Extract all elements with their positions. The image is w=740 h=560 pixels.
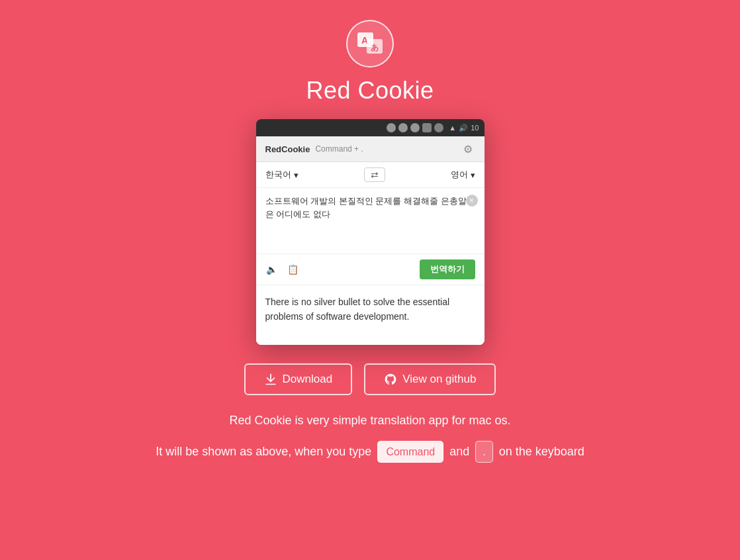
translate-icon: A あ [356, 30, 384, 58]
instruction-text: It will be shown as above, when you type… [156, 441, 584, 463]
toolbar-left: 🔈 📋 [265, 263, 300, 276]
instruction-prefix: It will be shown as above, when you type [156, 445, 371, 458]
copy-icon[interactable]: 📋 [287, 263, 300, 276]
menubar-icon-1 [387, 123, 396, 132]
menubar-icon-2 [398, 123, 408, 132]
instruction-suffix: on the keyboard [499, 445, 584, 458]
clear-btn[interactable]: × [466, 195, 478, 207]
lang-to-chevron: ▾ [471, 170, 475, 180]
lang-to-label: 영어 [451, 169, 468, 181]
download-icon [264, 373, 277, 386]
menubar-icon-3 [410, 123, 420, 132]
input-text: 소프트웨어 개발의 본질적인 문제를 해결해줄 은총알은 어디에도 없다 [265, 195, 475, 220]
popup-app-name: RedCookie [265, 144, 310, 154]
action-buttons: Download View on github [244, 363, 496, 395]
svg-text:あ: あ [371, 43, 379, 52]
command-key: Command [377, 441, 443, 463]
lang-from-btn[interactable]: 한국어 ▾ [265, 169, 299, 181]
menubar-icon-5 [434, 123, 443, 132]
input-area[interactable]: 소프트웨어 개발의 본질적인 문제를 해결해줄 은총알은 어디에도 없다 × [256, 188, 485, 254]
mac-menubar: ▲ 🔊 10 [256, 119, 485, 136]
app-title: Red Cookie [306, 77, 434, 105]
menubar-icon-4 [422, 123, 432, 132]
menubar-battery: 10 [471, 124, 479, 132]
download-button[interactable]: Download [244, 363, 353, 395]
lang-from-label: 한국어 [265, 169, 291, 181]
output-text: There is no silver bullet to solve the e… [265, 295, 475, 324]
lang-to-btn[interactable]: 영어 ▾ [451, 169, 475, 181]
speaker-icon[interactable]: 🔈 [265, 263, 279, 276]
lang-selector: 한국어 ▾ ⇄ 영어 ▾ [256, 162, 485, 188]
translate-button[interactable]: 번역하기 [420, 259, 475, 279]
menubar-wifi: ▲ [449, 124, 456, 132]
github-label: View on github [402, 373, 476, 386]
app-icon: A あ [346, 20, 394, 68]
download-label: Download [283, 373, 333, 386]
menubar-icons: ▲ 🔊 10 [387, 123, 479, 132]
gear-icon[interactable]: ⚙ [461, 142, 475, 156]
toolbar: 🔈 📋 번역하기 [256, 254, 485, 285]
popup-shortcut: Command + . [315, 144, 363, 154]
description-text: Red Cookie is very simple translation ap… [229, 414, 510, 428]
swap-languages-btn[interactable]: ⇄ [364, 167, 385, 182]
menubar-volume: 🔊 [459, 124, 468, 132]
instruction-and: and [449, 445, 469, 458]
github-button[interactable]: View on github [364, 363, 496, 395]
dot-key: . [475, 441, 492, 463]
app-screenshot: ▲ 🔊 10 RedCookie Command + . ⚙ 한국어 ▾ ⇄ 영… [256, 119, 485, 345]
translation-popup: RedCookie Command + . ⚙ 한국어 ▾ ⇄ 영어 ▾ 소프트… [256, 136, 485, 345]
popup-header: RedCookie Command + . ⚙ [256, 136, 485, 162]
github-icon [384, 373, 397, 386]
output-area: There is no silver bullet to solve the e… [256, 285, 485, 345]
lang-from-chevron: ▾ [294, 170, 299, 180]
popup-header-left: RedCookie Command + . [265, 144, 363, 154]
